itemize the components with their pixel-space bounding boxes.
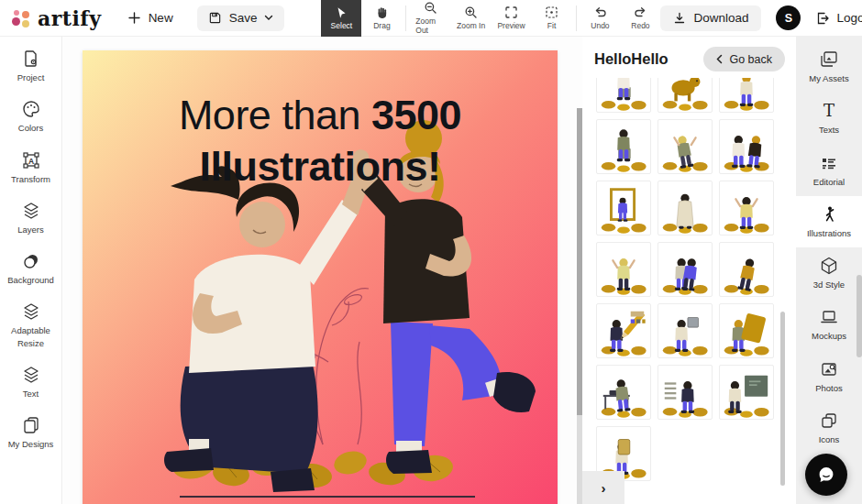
redo-icon [634,5,647,19]
logo-text: artify [38,6,102,30]
project-file-icon [21,49,41,69]
tool-zoom-in[interactable]: Zoom In [451,0,492,37]
logout-button[interactable]: Logout [815,11,862,26]
workspace: More than 3500 Illustrations! [63,37,582,504]
chevron-right-icon: › [602,480,606,496]
panel-title: HelloHello [594,50,669,68]
background-icon [21,251,41,271]
laptop-icon [819,307,839,327]
top-toolbar: artify New Save Select Drag Zoom Out [0,0,862,37]
illustration-thumbnail-person-running-phone[interactable] [719,242,774,297]
my-designs-icon [21,415,41,435]
photo-search-icon [819,359,839,379]
illustrations-person-icon [819,204,839,225]
illustration-thumbnail-teacher-at-blackboard[interactable] [719,365,774,420]
avatar[interactable]: S [776,5,801,30]
illustration-thumbnail-person-exercising[interactable] [719,181,774,236]
preview-icon [504,5,518,19]
fit-icon [545,5,558,19]
illustration-thumbnail-person-in-robe[interactable] [658,181,713,236]
rail-item-mockups[interactable]: Mockups [796,299,862,350]
window-scrollbar[interactable] [856,275,862,357]
sidebar-item-background[interactable]: Background [2,251,61,286]
hand-icon [375,5,389,19]
illustration-thumbnail-couple-hugging[interactable] [658,242,713,297]
illustration-thumbnail-person-at-desk[interactable] [596,365,651,420]
tool-preview[interactable]: Preview [492,0,532,37]
rail-item-3d-style[interactable]: 3d Style [796,247,862,299]
rail-item-photos[interactable]: Photos [796,351,862,402]
rail-item-icons[interactable]: Icons [796,402,862,454]
download-icon [673,12,686,25]
illustration-thumbnail-person-sitting-on-box[interactable] [596,119,651,174]
tool-fit[interactable]: Fit [532,0,572,37]
rail-item-my-assets[interactable]: My Assets [796,41,862,93]
cursor-icon [335,6,348,19]
zoom-in-icon [464,5,478,19]
layers-icon [21,201,41,221]
go-back-button[interactable]: Go back [703,47,785,71]
toolbar-divider [576,5,577,31]
tool-zoom-out[interactable]: Zoom Out [410,0,450,37]
text-layers-icon [21,365,41,385]
logout-icon [815,11,830,26]
logo-dots-icon [11,8,31,28]
illustration-thumbnail-person-celebrating[interactable] [596,242,651,297]
new-button[interactable]: New [127,11,173,25]
plus-icon [127,11,141,25]
icons-stack-icon [819,411,839,431]
cube-icon [819,256,839,276]
illustrations-panel: HelloHello Go back › [582,37,796,504]
illustration-thumbnail-person-holding-box[interactable] [658,303,713,358]
svg-text:T: T [823,101,834,120]
save-button[interactable]: Save [197,5,285,31]
adaptable-resize-icon [21,301,41,322]
save-icon [208,11,222,25]
headline-text[interactable]: More than 3500 Illustrations! [83,90,558,192]
left-sidebar: Project Colors A Transform Layers Backgr… [0,37,62,504]
palette-icon [21,99,41,119]
sidebar-item-adaptable-resize[interactable]: Adaptable Resize [2,301,61,349]
tool-group: Select Drag Zoom Out Zoom In Preview F [321,0,660,37]
toolbar-divider [405,5,406,31]
rail-item-editorial[interactable]: Editorial [796,145,862,196]
tool-drag[interactable]: Drag [361,0,402,37]
collapse-panel-button[interactable]: › [582,471,624,504]
my-assets-icon [819,49,839,70]
illustration-thumbnail-person-dancing-basket[interactable] [658,119,713,174]
rail-item-texts[interactable]: T Texts [796,93,862,144]
sidebar-item-text[interactable]: Text [2,365,61,400]
panel-header: HelloHello Go back [582,37,796,77]
rail-item-illustrations[interactable]: Illustrations [796,196,862,247]
illustration-thumbnail-person-carrying-board[interactable] [719,303,774,358]
sidebar-item-layers[interactable]: Layers [2,201,61,236]
design-canvas[interactable]: More than 3500 Illustrations! [83,50,558,504]
texts-icon: T [819,101,839,121]
illustration-thumbnail-person-walking-away[interactable] [719,78,774,113]
sidebar-item-colors[interactable]: Colors [2,99,61,134]
sidebar-item-project[interactable]: Project [2,49,61,83]
chat-launcher-button[interactable] [805,454,847,496]
app-window: artify New Save Select Drag Zoom Out [0,0,862,504]
illustration-thumbnail-person-at-bookshelf[interactable] [658,365,713,420]
zoom-out-icon [424,1,437,15]
svg-text:A: A [28,156,33,165]
editorial-icon [819,153,839,173]
thumbnail-scroll-area[interactable] [582,78,784,504]
tool-select[interactable]: Select [321,0,361,37]
download-button[interactable]: Download [660,5,761,31]
illustration-thumbnail-bulldog-dog[interactable] [658,78,713,113]
illustration-thumbnail-framed-portrait[interactable] [596,181,651,236]
sidebar-item-my-designs[interactable]: My Designs [2,415,61,450]
sidebar-item-transform[interactable]: A Transform [2,150,61,185]
chevron-left-icon [716,54,723,64]
illustration-thumbnail-person-with-rabbit[interactable] [596,78,651,113]
app-logo[interactable]: artify [11,6,102,30]
panel-scrollbar[interactable] [780,312,785,486]
chat-bubble-icon [816,465,836,485]
tool-redo[interactable]: Redo [620,0,660,37]
chevron-down-icon [264,15,273,21]
tool-undo[interactable]: Undo [580,0,620,37]
illustration-thumbnail-couple-dancing[interactable] [719,119,774,174]
illustration-thumbnail-person-with-giant-pencil[interactable] [596,303,651,358]
